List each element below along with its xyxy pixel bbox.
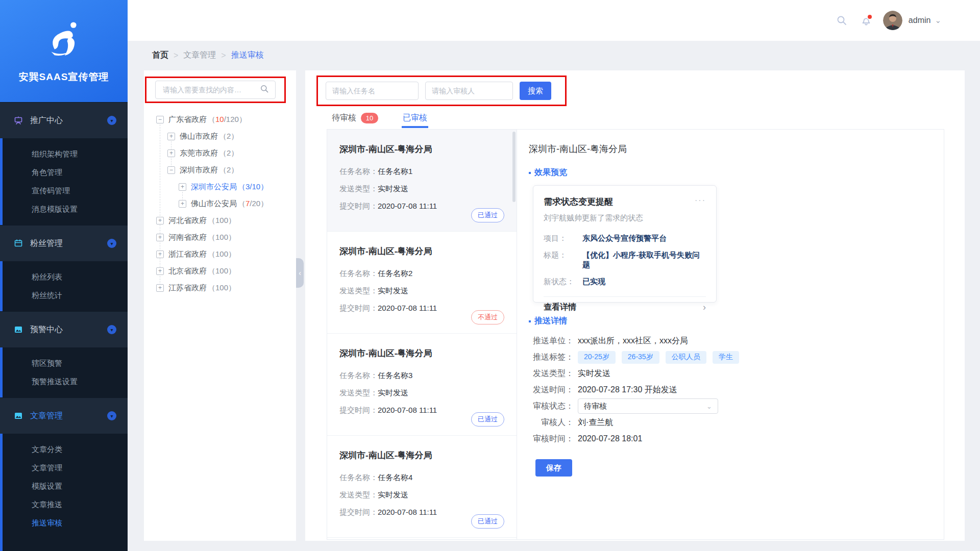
message-preview-card: 需求状态变更提醒 ··· 刘宇航贼帅更新了需求的状态 项目：东风公众号宣传预警平… [533, 185, 717, 303]
sidebar-group-articles[interactable]: 文章管理 ▾ [0, 397, 128, 434]
task-card[interactable]: 深圳市-南山区-粤海分局 任务名称：任务名称4 发送类型：2020-07-08 … [327, 436, 517, 538]
sidebar-item-org-structure[interactable]: 组织架构管理 [3, 145, 128, 163]
tag-chip[interactable]: 26-35岁 [622, 351, 659, 364]
tree-node[interactable]: + 浙江省政府 （100） [156, 246, 292, 263]
notification-dot [867, 14, 873, 20]
tree-expand-icon[interactable]: + [167, 149, 175, 157]
tree-node[interactable]: + 佛山市政府 （2） [156, 128, 292, 145]
easel-icon [13, 115, 23, 126]
chevron-down-icon[interactable]: ▾ [107, 239, 116, 248]
sidebar-item-fan-list[interactable]: 粉丝列表 [3, 268, 128, 286]
task-card[interactable]: 深圳市-南山区-粤海分局 任务名称：任务名称1 发送类型：实时发送 提交时间：2… [327, 130, 517, 232]
tree-expand-icon[interactable]: + [156, 284, 164, 292]
search-icon[interactable] [260, 84, 269, 95]
preview-row-label: 项目： [544, 234, 582, 243]
sidebar-item-roles[interactable]: 角色管理 [3, 163, 128, 182]
sidebar-submenu-warning: 辖区预警 预警推送设置 [0, 347, 128, 397]
push-unit-value: xxx派出所，xxx社区，xxx分局 [578, 336, 688, 346]
sidebar-group-warning[interactable]: 预警中心 ▾ [0, 311, 128, 347]
chevron-right-icon: › [703, 302, 706, 313]
tree-node[interactable]: − 广东省政府 （10/120） [156, 111, 292, 128]
tree-node[interactable]: + 河南省政府 （100） [156, 229, 292, 246]
task-time-label: 提交时间： [339, 304, 378, 312]
chevron-down-icon[interactable]: ▾ [107, 411, 116, 420]
tree-expand-icon[interactable]: + [179, 183, 186, 191]
tree-expand-icon[interactable]: + [156, 251, 164, 258]
avatar[interactable] [883, 11, 902, 30]
sidebar-item-district-warning[interactable]: 辖区预警 [3, 354, 128, 372]
chevron-down-icon[interactable]: ▾ [107, 116, 116, 125]
more-dots-icon[interactable]: ··· [695, 196, 706, 205]
reviewer-input[interactable] [425, 82, 513, 100]
tree-node[interactable]: + 河北省政府 （100） [156, 212, 292, 229]
tag-chip[interactable]: 20-25岁 [578, 351, 616, 364]
sidebar-item-template-settings[interactable]: 模版设置 [3, 477, 128, 495]
tree-node-count: （100） [208, 266, 236, 276]
sidebar-item-article-push[interactable]: 文章推送 [3, 495, 128, 514]
sidebar-group-fans[interactable]: 粉丝管理 ▾ [0, 225, 128, 261]
chevron-down-icon[interactable]: ⌄ [935, 16, 941, 25]
notification-bell-icon[interactable] [861, 15, 872, 26]
tree-node[interactable]: + 东莞市政府 （2） [156, 145, 292, 162]
task-card[interactable]: 深圳市-南山区-粤海分局 任务名称：任务名称2 发送类型：实时发送 提交时间：2… [327, 232, 517, 334]
breadcrumb-home[interactable]: 首页 [152, 50, 168, 61]
review-detail-panel: 深圳市-南山区-粤海分局 效果预览 需求状态变更提醒 ··· 刘宇航贼帅更新了需… [517, 130, 944, 539]
sidebar-item-promo-codes[interactable]: 宣传码管理 [3, 182, 128, 200]
tree-node-label: 浙江省政府 [168, 249, 207, 259]
tree-node-selected[interactable]: + 深圳市公安局 （3/10） [156, 179, 292, 195]
tree-node[interactable]: + 江苏省政府 （100） [156, 280, 292, 296]
tree-collapse-icon[interactable]: − [167, 166, 175, 174]
org-tree: − 广东省政府 （10/120） + 佛山市政府 （2） + 东莞市政府 （2）… [156, 111, 292, 296]
tree-collapse-icon[interactable]: − [156, 116, 164, 123]
tree-expand-icon[interactable]: + [179, 200, 186, 208]
task-time-label: 提交时间： [339, 202, 378, 210]
preview-row-label: 标题： [544, 251, 582, 270]
tree-node-count: （3/10） [238, 182, 268, 192]
sidebar-item-article-categories[interactable]: 文章分类 [3, 440, 128, 459]
section-effect-preview: 效果预览 [529, 167, 944, 178]
tree-node-label: 江苏省政府 [168, 283, 207, 293]
view-details-link[interactable]: 查看详情 › [544, 296, 706, 317]
sidebar-group-label: 推广中心 [30, 115, 107, 126]
search-button[interactable]: 搜索 [520, 82, 551, 100]
sidebar-item-article-management[interactable]: 文章管理 [3, 459, 128, 477]
field-label: 发送时间： [529, 385, 574, 395]
username[interactable]: admin [909, 16, 931, 25]
task-name: 任务名称3 [378, 371, 412, 380]
save-button[interactable]: 保存 [535, 459, 572, 477]
list-scrollbar-thumb[interactable] [512, 132, 516, 202]
preview-title: 需求状态变更提醒 [544, 196, 613, 208]
sidebar-item-message-templates[interactable]: 消息模版设置 [3, 200, 128, 218]
sidebar-item-fan-stats[interactable]: 粉丝统计 [3, 286, 128, 305]
tree-node[interactable]: + 北京省政府 （100） [156, 263, 292, 280]
tree-node-label: 北京省政府 [168, 266, 207, 276]
tree-expand-icon[interactable]: + [167, 133, 175, 140]
panel-collapse-handle[interactable]: ‹ [296, 258, 304, 288]
task-name-input[interactable] [326, 82, 419, 100]
search-icon[interactable] [836, 15, 847, 26]
tree-node[interactable]: + 佛山市公安局 （7/20） [156, 195, 292, 212]
tree-node[interactable]: − 深圳市政府 （2） [156, 162, 292, 179]
preview-row-label: 新状态： [544, 277, 582, 287]
tree-node-count: （100） [208, 233, 236, 242]
tab-reviewed[interactable]: 已审核 [403, 113, 427, 123]
tree-search-input[interactable] [162, 85, 260, 94]
tree-expand-icon[interactable]: + [156, 234, 164, 241]
highlight-annotation-tree-search [145, 77, 286, 103]
detail-row-send-time: 发送时间： 2020-07-28 17:30 开始发送 [529, 382, 944, 398]
sidebar-item-push-review[interactable]: 推送审核 [3, 514, 128, 532]
tag-chip[interactable]: 学生 [713, 351, 739, 364]
tab-pending[interactable]: 待审核 10 [332, 113, 378, 123]
tree-expand-icon[interactable]: + [156, 217, 164, 224]
tag-chip[interactable]: 公职人员 [666, 351, 706, 364]
sidebar-group-promotion[interactable]: 推广中心 ▾ [0, 102, 128, 138]
breadcrumb-article-management[interactable]: 文章管理 [183, 50, 216, 61]
tree-expand-icon[interactable]: + [156, 267, 164, 275]
task-type: 实时发送 [378, 490, 408, 499]
sidebar-item-warning-push-settings[interactable]: 预警推送设置 [3, 372, 128, 391]
task-card[interactable]: 深圳市-南山区-粤海分局 任务名称：任务名称3 发送类型：实时发送 提交时间：2… [327, 334, 517, 436]
chevron-down-icon[interactable]: ▾ [107, 325, 116, 334]
sidebar: 安巽SAAS宣传管理 推广中心 ▾ 组织架构管理 角色管理 宣传码管理 消息模版… [0, 0, 128, 551]
review-status-select[interactable]: 待审核 ⌄ [578, 398, 718, 414]
tree-node-label: 广东省政府 [168, 115, 207, 124]
